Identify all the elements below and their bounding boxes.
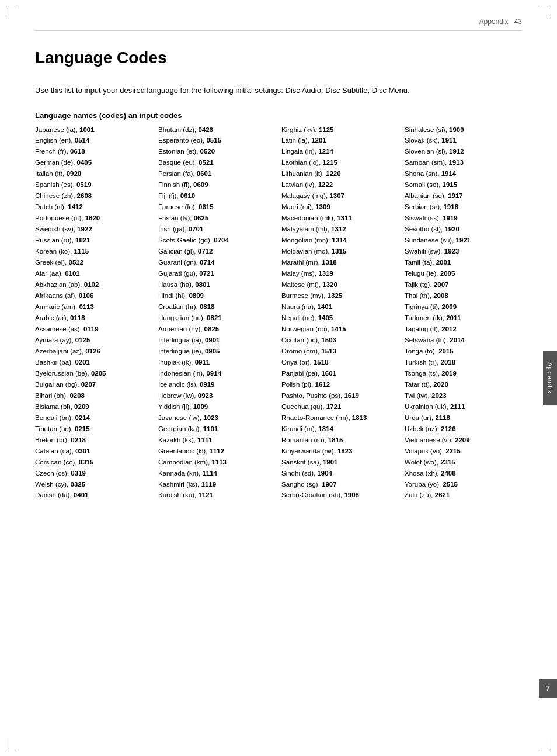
- list-item: Vietnamese (vi), 2209: [405, 435, 522, 446]
- corner-mark-tr: [539, 6, 551, 18]
- list-item: Latvian (lv), 1222: [281, 179, 399, 190]
- list-item: Malayalam (ml), 1312: [281, 224, 399, 235]
- list-item: Rhaeto-Romance (rm), 1813: [281, 412, 399, 424]
- list-item: Chinese (zh), 2608: [35, 190, 152, 202]
- list-item: Zulu (zu), 2621: [405, 490, 522, 501]
- list-item: Russian (ru), 1821: [35, 235, 152, 246]
- list-item: Samoan (sm), 1913: [405, 157, 522, 168]
- list-item: Tigrinya (ti), 2009: [405, 301, 522, 313]
- corner-mark-bl: [6, 738, 18, 750]
- list-item: Irish (ga), 0701: [158, 224, 276, 235]
- list-item: Slovenian (sl), 1912: [405, 146, 522, 157]
- list-item: Kirghiz (ky), 1125: [281, 124, 399, 136]
- list-item: Byelorussian (be), 0205: [35, 368, 152, 379]
- list-item: Kinyarwanda (rw), 1823: [281, 446, 399, 457]
- list-item: Icelandic (is), 0919: [158, 379, 276, 390]
- list-item: Italian (it), 0920: [35, 168, 152, 179]
- list-item: Abkhazian (ab), 0102: [35, 279, 152, 290]
- list-item: Kannada (kn), 1114: [158, 468, 276, 479]
- list-item: Maori (mi), 1309: [281, 202, 399, 213]
- list-item: Burmese (my), 1325: [281, 290, 399, 301]
- list-item: Xhosa (xh), 2408: [405, 468, 522, 479]
- list-item: Somali (so), 1915: [405, 179, 522, 190]
- list-item: Tamil (ta), 2001: [405, 257, 522, 268]
- list-item: Moldavian (mo), 1315: [281, 246, 399, 257]
- list-item: Serbo-Croatian (sh), 1908: [281, 490, 399, 501]
- list-item: Sinhalese (si), 1909: [405, 124, 522, 136]
- list-item: Latin (la), 1201: [281, 135, 399, 146]
- list-item: Inupiak (ik), 0911: [158, 357, 276, 368]
- list-item: Afrikaans (af), 0106: [35, 290, 152, 301]
- list-item: Fiji (fj), 0610: [158, 190, 276, 202]
- list-item: Esperanto (eo), 0515: [158, 135, 276, 146]
- list-item: Kazakh (kk), 1111: [158, 435, 276, 446]
- list-item: Sanskrit (sa), 1901: [281, 457, 399, 468]
- list-item: Malagasy (mg), 1307: [281, 190, 399, 202]
- list-item: Scots-Gaelic (gd), 0704: [158, 235, 276, 246]
- list-item: Javanese (jw), 1023: [158, 412, 276, 424]
- list-item: Indonesian (in), 0914: [158, 368, 276, 379]
- list-item: French (fr), 0618: [35, 146, 152, 157]
- list-item: Sangho (sg), 1907: [281, 479, 399, 490]
- list-item: Albanian (sq), 1917: [405, 190, 522, 202]
- list-item: Oriya (or), 1518: [281, 357, 399, 368]
- list-item: Sundanese (su), 1921: [405, 235, 522, 246]
- page-title: Language Codes: [35, 48, 522, 67]
- list-item: Wolof (wo), 2315: [405, 457, 522, 468]
- list-item: Shona (sn), 1914: [405, 168, 522, 179]
- list-item: Tagalog (tl), 2012: [405, 324, 522, 335]
- list-item: Panjabi (pa), 1601: [281, 368, 399, 379]
- list-item: Nauru (na), 1401: [281, 301, 399, 313]
- list-item: Quechua (qu), 1721: [281, 401, 399, 412]
- list-item: Serbian (sr), 1918: [405, 202, 522, 213]
- list-item: Swedish (sv), 1922: [35, 224, 152, 235]
- list-item: Urdu (ur), 2118: [405, 412, 522, 424]
- list-item: Malay (ms), 1319: [281, 268, 399, 279]
- list-item: Afar (aa), 0101: [35, 268, 152, 279]
- header-appendix: Appendix: [479, 18, 509, 26]
- list-item: Sesotho (st), 1920: [405, 224, 522, 235]
- list-item: Sindhi (sd), 1904: [281, 468, 399, 479]
- list-item: Hungarian (hu), 0821: [158, 313, 276, 324]
- list-item: Japanese (ja), 1001: [35, 124, 152, 136]
- list-item: Cambodian (km), 1113: [158, 457, 276, 468]
- list-item: Telugu (te), 2005: [405, 268, 522, 279]
- sidebar-tab: Appendix: [543, 351, 557, 405]
- list-item: Basque (eu), 0521: [158, 157, 276, 168]
- list-item: Hindi (hi), 0809: [158, 290, 276, 301]
- list-item: Guarani (gn), 0714: [158, 257, 276, 268]
- list-item: Siswati (ss), 1919: [405, 213, 522, 224]
- page-header: Appendix 43: [35, 18, 522, 31]
- list-item: Korean (ko), 1115: [35, 246, 152, 257]
- lang-column-3: Kirghiz (ky), 1125Latin (la), 1201Lingal…: [281, 124, 399, 501]
- list-item: Turkmen (tk), 2011: [405, 313, 522, 324]
- corner-mark-br: [539, 738, 551, 750]
- list-item: Turkish (tr), 2018: [405, 357, 522, 368]
- list-item: Macedonian (mk), 1311: [281, 213, 399, 224]
- description: Use this list to input your desired lang…: [35, 85, 522, 96]
- list-item: Tibetan (bo), 0215: [35, 424, 152, 435]
- list-item: Faroese (fo), 0615: [158, 202, 276, 213]
- list-item: Georgian (ka), 1101: [158, 424, 276, 435]
- list-item: Breton (br), 0218: [35, 435, 152, 446]
- list-item: Maltese (mt), 1320: [281, 279, 399, 290]
- page-number-tab: 7: [539, 679, 557, 698]
- list-item: Dutch (nl), 1412: [35, 202, 152, 213]
- list-item: Arabic (ar), 0118: [35, 313, 152, 324]
- list-item: Setswana (tn), 2014: [405, 335, 522, 346]
- list-item: Bulgarian (bg), 0207: [35, 379, 152, 390]
- lang-column-1: Japanese (ja), 1001English (en), 0514Fre…: [35, 124, 152, 501]
- list-item: Kashmiri (ks), 1119: [158, 479, 276, 490]
- list-item: Persian (fa), 0601: [158, 168, 276, 179]
- list-item: Portuguese (pt), 1620: [35, 213, 152, 224]
- list-item: Hausa (ha), 0801: [158, 279, 276, 290]
- list-item: Tajik (tg), 2007: [405, 279, 522, 290]
- list-item: German (de), 0405: [35, 157, 152, 168]
- list-item: Bislama (bi), 0209: [35, 401, 152, 412]
- list-item: Danish (da), 0401: [35, 490, 152, 501]
- language-grid: Japanese (ja), 1001English (en), 0514Fre…: [35, 124, 522, 501]
- list-item: Lithuanian (lt), 1220: [281, 168, 399, 179]
- list-item: Laothian (lo), 1215: [281, 157, 399, 168]
- list-item: English (en), 0514: [35, 135, 152, 146]
- corner-mark-tl: [6, 6, 18, 18]
